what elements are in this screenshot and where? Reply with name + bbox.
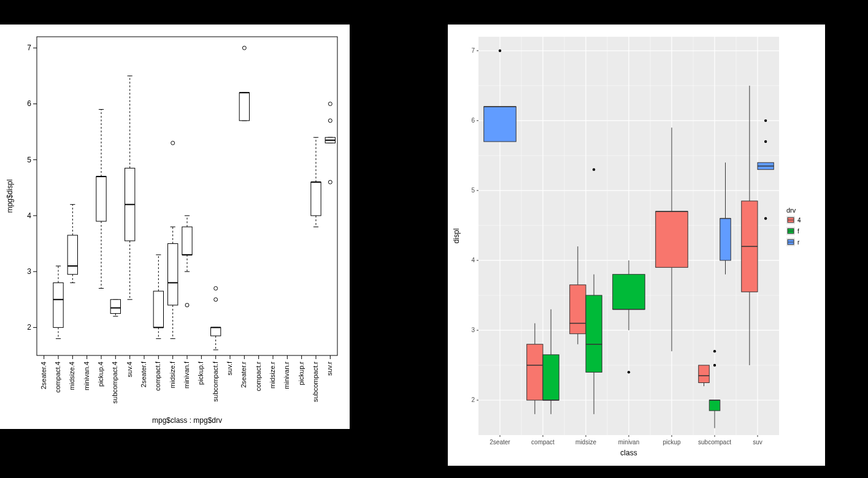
x-tick-label: minivan.r — [283, 362, 290, 389]
boxplot-outlier — [328, 119, 332, 123]
boxplot-box — [699, 365, 710, 383]
y-tick-label: 5 — [471, 187, 475, 194]
boxplot-box — [211, 327, 221, 336]
x-tick-label: compact.r — [255, 362, 262, 392]
boxplot-box — [570, 285, 586, 334]
x-tick-label: minivan.4 — [83, 362, 90, 390]
boxplot-box — [656, 211, 688, 267]
x-tick-label: suv — [753, 439, 762, 446]
y-tick-label: 4 — [471, 257, 475, 264]
left-chart-panel: 234567mpg$displmpg$class : mpg$drv2seate… — [0, 25, 350, 429]
y-tick-label: 7 — [27, 44, 31, 52]
boxplot-outlier — [242, 46, 246, 50]
x-tick-label: midsize.r — [269, 362, 276, 389]
boxplot-box — [484, 107, 517, 142]
x-axis-label: mpg$class : mpg$drv — [152, 416, 222, 425]
y-tick-label: 6 — [27, 99, 31, 108]
boxplot-box — [182, 227, 192, 255]
y-tick-label: 3 — [471, 327, 475, 333]
boxplot-box — [67, 235, 77, 275]
x-tick-label: midsize — [575, 439, 596, 446]
boxplot-outlier — [764, 217, 767, 219]
boxplot-outlier — [628, 371, 630, 373]
boxplot-outlier — [171, 141, 175, 145]
chart-container: 234567mpg$displmpg$class : mpg$drv2seate… — [0, 0, 868, 478]
boxplot-outlier — [764, 120, 767, 122]
boxplot-box — [586, 295, 602, 372]
y-axis-label: displ — [452, 229, 461, 244]
x-tick-label: suv.r — [326, 362, 333, 376]
boxplot-outlier — [328, 180, 332, 184]
x-tick-label: minivan.f — [183, 361, 190, 389]
x-tick-label: subcompact.f — [212, 361, 219, 401]
x-tick-label: 2seater.4 — [40, 362, 47, 389]
boxplot-outlier — [328, 102, 332, 105]
x-tick-label: subcompact.r — [312, 362, 319, 402]
boxplot-box — [543, 355, 559, 400]
y-tick-label: 4 — [27, 211, 31, 220]
x-tick-label: subcompact — [698, 439, 731, 446]
x-tick-label: pickup — [663, 439, 681, 446]
x-tick-label: midsize.f — [169, 361, 176, 388]
y-tick-label: 2 — [471, 396, 475, 403]
plot-frame — [37, 37, 337, 355]
x-tick-label: 2seater.f — [140, 361, 147, 387]
legend-title: drv — [786, 207, 796, 214]
x-tick-label: pickup.4 — [97, 362, 104, 387]
boxplot-box — [168, 244, 178, 305]
boxplot-outlier — [764, 140, 767, 143]
boxplot-box — [53, 283, 63, 327]
x-tick-label: compact.4 — [54, 362, 61, 393]
y-tick-label: 7 — [471, 47, 475, 54]
legend-label: 4 — [797, 217, 801, 224]
y-axis-label: mpg$displ — [6, 180, 14, 213]
boxplot-outlier — [713, 364, 716, 366]
x-axis-label: class — [620, 449, 637, 457]
boxplot-outlier — [185, 303, 189, 307]
boxplot-box — [527, 344, 543, 400]
y-tick-label: 3 — [27, 267, 31, 276]
boxplot-box — [96, 176, 106, 221]
x-tick-label: minivan — [618, 439, 639, 446]
boxplot-outlier — [593, 168, 595, 170]
legend-label: r — [797, 239, 800, 246]
boxplot-outlier — [214, 287, 218, 290]
boxplot-box — [613, 275, 645, 309]
x-tick-label: compact — [531, 439, 555, 446]
boxplot-outlier — [713, 350, 716, 352]
y-tick-label: 5 — [27, 156, 31, 164]
x-tick-label: 2seater.r — [240, 362, 247, 388]
boxplot-outlier — [499, 50, 501, 52]
left-chart-svg: 234567mpg$displmpg$class : mpg$drv2seate… — [0, 25, 350, 429]
x-tick-label: compact.f — [154, 361, 161, 391]
y-tick-label: 6 — [471, 117, 475, 124]
boxplot-box — [153, 291, 163, 327]
x-tick-label: suv.4 — [126, 362, 133, 377]
x-tick-label: 2seater — [490, 439, 510, 446]
x-tick-label: suv.f — [226, 361, 233, 375]
legend-label: f — [797, 228, 799, 235]
y-tick-label: 2 — [27, 323, 31, 332]
boxplot-outlier — [214, 298, 218, 302]
right-chart-panel: 2345672seatercompactmidsizeminivanpickup… — [448, 25, 825, 466]
boxplot-box — [311, 182, 321, 216]
boxplot-box — [110, 300, 120, 314]
x-tick-label: pickup.f — [197, 361, 204, 385]
boxplot-box — [709, 400, 720, 411]
boxplot-box — [239, 93, 249, 121]
x-tick-label: midsize.4 — [68, 362, 75, 390]
x-tick-label: subcompact.4 — [111, 362, 118, 403]
x-tick-label: pickup.r — [298, 362, 305, 385]
right-chart-svg: 2345672seatercompactmidsizeminivanpickup… — [448, 25, 825, 466]
boxplot-box — [720, 218, 731, 260]
